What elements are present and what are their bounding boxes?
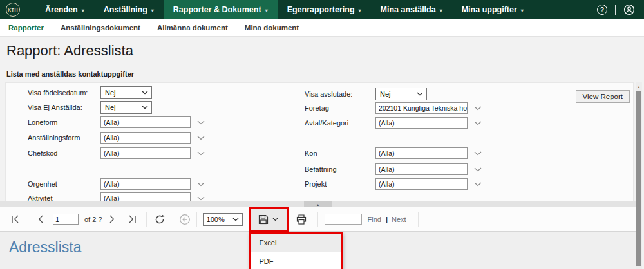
kth-logo: KTH: [6, 3, 20, 17]
param-row-anstallningsform: Anställningsform (Alla): [28, 132, 205, 144]
toolbar-separator: [196, 212, 197, 227]
chevron-down-icon: ▾: [265, 8, 268, 14]
topnav-right-controls: ?: [597, 0, 644, 19]
previous-page-button[interactable]: [37, 215, 44, 223]
chevron-down-icon: ▾: [151, 8, 154, 14]
chevron-down-icon: [417, 92, 423, 96]
param-label: Orgenhet: [28, 180, 100, 188]
param-row-befattning: Befattning (Alla): [305, 163, 482, 175]
avtal-kategori-combo[interactable]: (Alla): [375, 117, 468, 129]
param-row-foretag: Företag 202101 Kungliga Tekniska högskol…: [305, 102, 482, 114]
refresh-button[interactable]: [154, 214, 166, 225]
chefskod-combo[interactable]: (Alla): [100, 147, 191, 159]
subnav-tab-allmanna-dokument[interactable]: Allmänna dokument: [149, 24, 236, 32]
chevron-down-icon: ▾: [440, 8, 442, 14]
projekt-combo[interactable]: (Alla): [375, 178, 468, 190]
find-text-input[interactable]: [325, 214, 362, 225]
befattning-combo[interactable]: (Alla): [375, 163, 468, 175]
first-page-button[interactable]: [10, 215, 21, 223]
param-row-visa-ej-anstallda: Visa Ej Anställda: Nej: [28, 101, 152, 114]
foretag-combo[interactable]: 202101 Kungliga Tekniska högskola: [375, 102, 468, 114]
collapse-arrow-icon: ▴: [317, 202, 319, 207]
last-page-icon: [127, 215, 137, 223]
nav-item-mina-anstallda[interactable]: Mina anställda ▾: [371, 0, 452, 19]
chevron-down-icon[interactable]: [197, 182, 205, 187]
param-label: Löneform: [28, 118, 100, 126]
next-page-button[interactable]: [109, 215, 115, 223]
export-option-excel[interactable]: Excel: [251, 234, 341, 252]
chevron-down-icon[interactable]: [474, 182, 482, 187]
kth-logo-text: KTH: [8, 8, 18, 12]
toolbar-separator: [173, 212, 173, 227]
vertical-scrollbar[interactable]: ▴: [636, 82, 642, 269]
find-link[interactable]: Find: [368, 216, 381, 223]
param-label: Avtal/Kategori: [305, 119, 375, 127]
orgenhet-combo[interactable]: (Alla): [100, 178, 191, 190]
nav-item-egenrapportering[interactable]: Egenrapportering ▾: [278, 0, 371, 19]
print-button[interactable]: [296, 214, 307, 225]
back-arrow-icon: [179, 214, 191, 225]
toolbar-separator: [418, 212, 419, 227]
chevron-down-icon: ▾: [82, 8, 84, 14]
subnav-tab-rapporter[interactable]: Rapporter: [0, 24, 52, 32]
param-row-loneform: Löneform (Alla): [28, 116, 205, 128]
param-row-orgenhet: Orgenhet (Alla): [28, 178, 205, 190]
chevron-down-icon[interactable]: [197, 151, 205, 156]
visa-ej-anstallda-select[interactable]: Nej: [100, 101, 152, 114]
visa-avslutade-select[interactable]: Nej: [375, 88, 427, 100]
nav-item-mina-uppgifter[interactable]: Mina uppgifter ▾: [452, 0, 533, 19]
report-viewer-toolbar: of 2 ? 100% Excel PDF: [0, 207, 636, 232]
export-dropdown-menu: Excel PDF: [249, 232, 343, 269]
refresh-icon: [154, 214, 166, 225]
param-row-chefskod: Chefskod (Alla): [28, 147, 205, 159]
printer-icon: [296, 214, 307, 225]
current-page-input[interactable]: [53, 214, 79, 225]
total-pages-label: of 2 ?: [84, 216, 102, 223]
chevron-down-icon: [272, 218, 278, 221]
chevron-down-icon[interactable]: [474, 121, 482, 125]
last-page-button[interactable]: [127, 215, 137, 223]
account-icon[interactable]: [623, 4, 635, 15]
nav-item-anstallning[interactable]: Anställning ▾: [94, 0, 164, 19]
subnav-tab-anstallningsdokument[interactable]: Anställningsdokument: [52, 24, 149, 32]
scrollbar-thumb[interactable]: [636, 91, 641, 266]
chevron-down-icon[interactable]: [474, 106, 482, 111]
subnav-tab-mina-dokument[interactable]: Mina dokument: [236, 24, 307, 32]
param-row-projekt: Projekt (Alla): [305, 178, 482, 190]
page-header: Rapport: Adresslista Lista med anställda…: [0, 37, 644, 82]
chevron-left-icon: [37, 215, 44, 223]
page-subtitle: Lista med anställdas kontaktuppgifter: [6, 70, 644, 78]
loneform-combo[interactable]: (Alla): [100, 116, 191, 128]
param-label: Kön: [305, 149, 375, 157]
visa-fodelsedatum-select[interactable]: Nej: [100, 86, 152, 99]
find-next-link[interactable]: Next: [392, 216, 406, 223]
scroll-up-icon[interactable]: ▴: [636, 82, 642, 90]
back-to-parent-report-button[interactable]: [179, 214, 191, 225]
chevron-down-icon[interactable]: [474, 167, 482, 172]
param-row-visa-fodelsedatum: Visa födelsedatum: Nej: [28, 86, 152, 99]
chevron-down-icon[interactable]: [197, 196, 205, 201]
param-label: Visa Ej Anställda:: [28, 104, 100, 111]
chevron-down-icon[interactable]: [474, 151, 482, 156]
first-page-icon: [10, 215, 21, 223]
param-label: Anställningsform: [28, 134, 100, 142]
kon-combo[interactable]: (Alla): [375, 147, 468, 159]
topnav-divider: [615, 5, 616, 15]
chevron-down-icon[interactable]: [197, 136, 205, 140]
chevron-down-icon: [142, 106, 148, 109]
splitter-collapse-handle[interactable]: ▴: [304, 201, 332, 207]
chevron-down-icon[interactable]: [197, 120, 205, 125]
anstallningsform-combo[interactable]: (Alla): [100, 132, 191, 144]
export-save-button[interactable]: [251, 209, 287, 230]
param-label: Befattning: [305, 165, 375, 173]
nav-item-arenden[interactable]: Ärenden ▾: [35, 0, 94, 19]
export-option-pdf[interactable]: PDF: [251, 252, 341, 269]
view-report-button[interactable]: View Report: [576, 90, 630, 103]
param-label: Visa avslutade:: [305, 90, 375, 98]
toolbar-separator: [317, 212, 318, 227]
nav-item-rapporter-dokument[interactable]: Rapporter & Dokument ▾: [164, 0, 278, 19]
chevron-right-icon: [109, 215, 115, 223]
help-icon[interactable]: ?: [597, 5, 607, 15]
chevron-down-icon: [142, 91, 148, 95]
zoom-select[interactable]: 100%: [203, 213, 243, 226]
